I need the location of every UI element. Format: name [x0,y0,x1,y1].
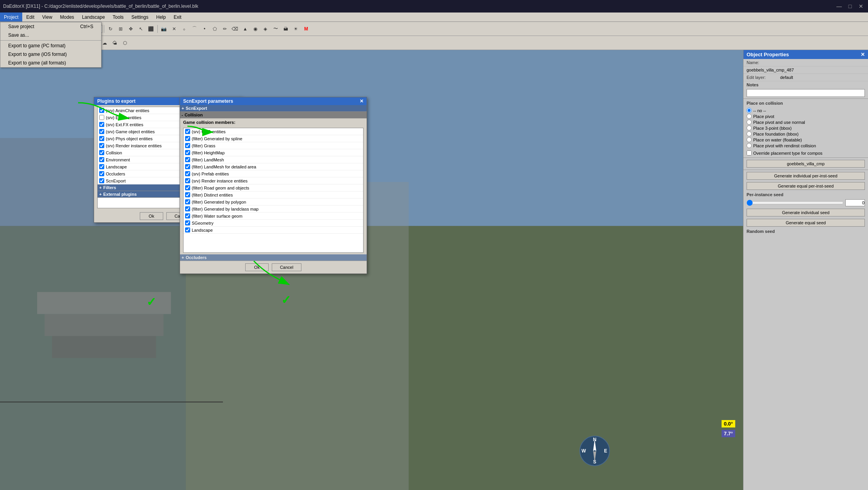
terrain-icon[interactable]: 🏔 [281,24,291,34]
curve-icon[interactable]: ⌒ [190,24,199,34]
menu-export-pc[interactable]: Export to game (PC format) [0,41,101,50]
grid-icon[interactable]: ⊞ [116,24,125,34]
light-icon[interactable]: ☀ [291,24,301,34]
scn-check-8[interactable] [185,185,190,190]
plugins-ok-button[interactable]: Ok [140,212,163,220]
scn-check-2[interactable] [185,143,190,148]
seed-slider[interactable] [747,200,844,206]
scn-item-0[interactable]: (srv) CSG entities [184,128,363,135]
fill-icon[interactable]: ▲ [241,24,250,34]
node-icon[interactable]: ⬦ [180,24,189,34]
move-icon[interactable]: ✥ [126,24,135,34]
scn-check-13[interactable] [185,220,190,225]
polygon-icon[interactable]: ⬠ [210,24,219,34]
menu-modes[interactable]: Modes [56,13,78,21]
scn-check-10[interactable] [185,199,190,204]
scn-check-1[interactable] [185,136,190,141]
object-icon[interactable]: ◉ [251,24,260,34]
menu-save-project[interactable]: Save project Ctrl+S [0,22,101,31]
scn-check-9[interactable] [185,192,190,197]
object-properties-close[interactable]: ✕ [861,52,865,57]
notes-input[interactable] [747,89,865,97]
occluders-section[interactable]: + Occluders [180,254,367,261]
plugin-check-2[interactable] [99,122,104,127]
plugin-check-0[interactable] [99,108,104,113]
scn-check-12[interactable] [185,213,190,218]
gen-equal-seed-button[interactable]: Generate equal seed [747,219,865,227]
scn-item-5[interactable]: (filter) LandMesh for detailed area [184,163,363,170]
plugin-check-7[interactable] [99,157,104,162]
radio-no-input[interactable] [747,108,752,113]
menu-export-all[interactable]: Export to game (all formats) [0,59,101,67]
collision-section[interactable]: - Collision [180,112,367,118]
scn-item-9[interactable]: (filter) Distinct entities [184,191,363,199]
gen-equal-per-inst-seed-button[interactable]: Generate equal per-inst-seed [747,182,865,190]
scn-item-3[interactable]: (filter) HeightMap [184,149,363,156]
menu-help[interactable]: Help [152,13,170,21]
radio-place-pivot-normal-input[interactable] [747,120,752,125]
select-icon[interactable]: ↖ [136,24,146,34]
M-icon[interactable]: M [301,24,311,34]
radio-place-3point-input[interactable] [747,125,752,131]
menu-landscape[interactable]: Landscape [78,13,109,21]
scn-check-3[interactable] [185,150,190,155]
scn-item-1[interactable]: (filter) Generated by spline [184,135,363,142]
radio-place-pivot-input[interactable] [747,114,752,119]
scn-item-11[interactable]: (filter) Generated by landclass map [184,206,363,213]
seed-value-input[interactable] [845,199,865,206]
spline-icon[interactable]: 〜 [271,24,280,34]
eraser-icon[interactable]: ⌫ [230,24,240,34]
rotate-icon[interactable]: ↻ [106,24,115,34]
override-checkbox[interactable] [747,150,752,156]
scn-check-6[interactable] [185,171,190,176]
radio-place-water[interactable]: Place on water (floatable) [747,137,865,143]
scn-check-14[interactable] [185,227,190,232]
radio-place-pivot-normal[interactable]: Place pivot and use normal [747,119,865,125]
menu-settings[interactable]: Settings [128,13,152,21]
plugin-check-10[interactable] [99,178,104,183]
sun-icon[interactable]: 🌤 [110,38,119,48]
gen-individual-per-inst-seed-button[interactable]: Generate individual per-inst-seed [747,172,865,180]
scnexport-dialog-close[interactable]: ✕ [360,98,364,104]
radio-place-foundation[interactable]: Place foundation (bbox) [747,131,865,137]
scn-check-4[interactable] [185,157,190,162]
override-checkbox-row[interactable]: Override placement type for compos [743,149,868,157]
scn-item-8[interactable]: (filter) Road geom and objects [184,184,363,191]
brush-icon[interactable]: ✏ [220,24,230,34]
viewport[interactable]: 0.0° 7.7° N S W E [0,50,743,490]
radio-no[interactable]: -- no -- [747,107,865,113]
radio-place-pivot[interactable]: Place pivot [747,113,865,119]
scn-item-6[interactable]: (srv) Prefab entities [184,170,363,177]
wireframe-icon[interactable]: ⬡ [120,38,130,48]
plugin-check-9[interactable] [99,171,104,176]
radio-place-rendinst-input[interactable] [747,143,752,148]
menu-exit[interactable]: Exit [170,13,185,21]
scnexport-ok-button[interactable]: Ok [245,263,269,271]
scn-check-5[interactable] [185,164,190,169]
scn-item-14[interactable]: Landscape [184,227,363,234]
plugin-check-4[interactable] [99,136,104,141]
scn-check-11[interactable] [185,206,190,211]
menu-edit[interactable]: Edit [22,13,38,21]
scn-item-4[interactable]: (filter) LandMesh [184,156,363,163]
close-window-button[interactable]: ✕ [857,2,865,10]
plugin-check-5[interactable] [99,143,104,148]
camera-icon[interactable]: 📷 [159,24,169,34]
scn-check-7[interactable] [185,178,190,183]
menu-view[interactable]: View [38,13,56,21]
gen-individual-seed-button[interactable]: Generate individual seed [747,209,865,216]
scn-item-13[interactable]: SGeometry [184,220,363,227]
asset-button[interactable]: goebbels_villa_cmp [747,160,865,168]
scnexport-section[interactable]: + ScnExport [180,105,367,112]
maximize-button[interactable]: □ [846,2,854,10]
entity-icon[interactable]: ◈ [261,24,270,34]
radio-place-rendinst[interactable]: Place pivot with rendinst collision [747,143,865,148]
plugin-check-3[interactable] [99,129,104,134]
scnexport-cancel-button[interactable]: Cancel [272,263,301,271]
menu-export-ios[interactable]: Export to game (iOS format) [0,50,101,59]
paint-icon[interactable]: ⬛ [146,24,156,34]
dot-icon[interactable]: • [200,24,209,34]
scn-check-0[interactable] [185,129,190,134]
plugin-check-8[interactable] [99,164,104,169]
delete-icon[interactable]: ✕ [169,24,179,34]
